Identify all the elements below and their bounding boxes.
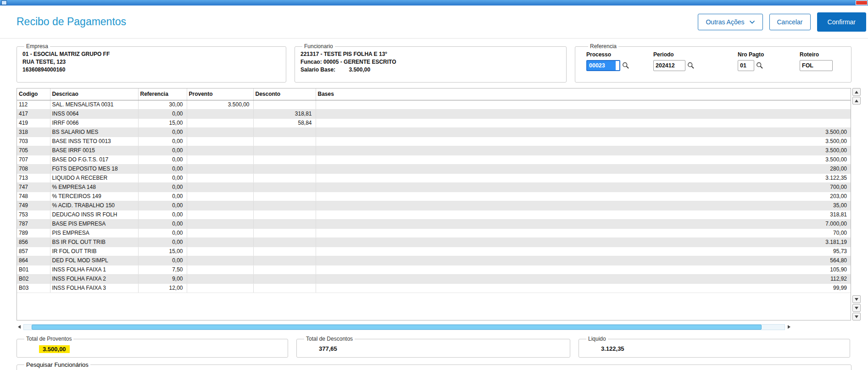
cell-desconto (253, 146, 316, 155)
scroll-up-button[interactable] (852, 97, 861, 105)
table-row[interactable]: 112SAL. MENSALISTA 003130,003.500,00 (17, 100, 851, 109)
empresa-nome: 01 - ESOCIAL MATRIZ GRUPO FF (22, 50, 280, 58)
table-row[interactable]: 707BASE DO F.G.T.S. 0170,003.500,00 (17, 155, 851, 164)
horizontal-scroll-track[interactable] (23, 324, 785, 330)
outras-acoes-button[interactable]: Outras Ações (698, 14, 762, 30)
processo-search-icon[interactable] (622, 62, 629, 69)
table-row[interactable]: 703BASE INSS TETO 00130,003.500,00 (17, 137, 851, 146)
scroll-page-down-button[interactable] (852, 304, 861, 312)
table-row[interactable]: 749% ACID. TRABALHO 1500,0035,00 (17, 201, 851, 210)
cell-bases: 3.500,00 (316, 146, 851, 155)
table-row[interactable]: B01INSS FOLHA FAIXA 17,50105,90 (17, 265, 851, 274)
table-row[interactable]: 708FGTS DEPOSITO MES 180,00280,00 (17, 164, 851, 173)
table-row[interactable]: 753DEDUCAO INSS IR FOLH0,00318,81 (17, 210, 851, 219)
scroll-down-icon (855, 298, 858, 301)
scroll-top-button[interactable] (852, 88, 861, 96)
column-header-bases: Bases (316, 88, 851, 100)
cell-bases: 3.500,00 (316, 127, 851, 137)
cell-provento (187, 283, 253, 293)
cell-referencia: 30,00 (138, 100, 187, 109)
cell-provento (187, 137, 253, 146)
table-row[interactable]: 705BASE IRRF 00150,003.500,00 (17, 146, 851, 155)
funcionario-nome: 221317 - TESTE PIS FOLHA E 13° (300, 50, 561, 58)
cell-codigo: 753 (17, 210, 50, 219)
cell-referencia: 0,00 (138, 228, 187, 237)
cell-bases: 700,00 (316, 182, 851, 192)
cell-desconto (253, 247, 316, 256)
column-header-provento: Provento (187, 88, 253, 100)
cell-referencia: 9,00 (138, 274, 187, 283)
cell-provento (187, 127, 253, 137)
column-header-desconto: Desconto (253, 88, 316, 100)
cell-descricao: IRRF 0066 (50, 118, 138, 127)
cell-referencia: 0,00 (138, 164, 187, 173)
total-proventos-value: 3.500,00 (39, 345, 70, 353)
table-row[interactable]: 419IRRF 006615,0058,84 (17, 118, 851, 127)
cancelar-button[interactable]: Cancelar (769, 14, 811, 30)
periodo-input[interactable] (653, 60, 685, 71)
cell-referencia: 0,00 (138, 155, 187, 164)
total-descontos-panel: Total de Descontos 377,65 (296, 336, 570, 358)
cell-codigo: 747 (17, 182, 50, 192)
window-icon (1, 0, 7, 5)
cell-provento (187, 164, 253, 173)
scroll-right-button[interactable] (786, 324, 792, 330)
cell-desconto (253, 201, 316, 210)
totals-row: Total de Proventos 3.500,00 Total de Des… (17, 336, 851, 358)
cell-provento (187, 247, 253, 256)
column-header-referencia: Referencia (138, 88, 187, 100)
table-row[interactable]: 747% EMPRESA 1480,00700,00 (17, 182, 851, 192)
cell-codigo: 708 (17, 164, 50, 173)
cell-referencia: 0,00 (138, 137, 187, 146)
nro-pagto-search-icon[interactable] (756, 62, 763, 69)
scroll-left-button[interactable] (17, 324, 22, 330)
table-row[interactable]: 864DED FOL MOD SIMPL0,00564,80 (17, 256, 851, 265)
cell-desconto (253, 274, 316, 283)
cell-descricao: % EMPRESA 148 (50, 182, 138, 192)
cell-descricao: LIQUIDO A RECEBER (50, 173, 138, 182)
confirmar-button[interactable]: Confirmar (817, 12, 866, 32)
table-row[interactable]: 857IR FOL OUT TRIB15,0095,73 (17, 247, 851, 256)
cell-referencia: 0,00 (138, 127, 187, 137)
scroll-bottom-button[interactable] (852, 313, 861, 320)
table-row[interactable]: B03INSS FOLHA FAIXA 312,0099,99 (17, 283, 851, 293)
cell-codigo: 857 (17, 247, 50, 256)
cell-referencia: 0,00 (138, 201, 187, 210)
total-descontos-value: 377,65 (319, 345, 337, 352)
cell-descricao: BASE PIS EMPRESA (50, 219, 138, 228)
scroll-down-button[interactable] (852, 295, 861, 303)
horizontal-scroll-thumb[interactable] (32, 325, 762, 330)
vertical-scrollbar[interactable] (852, 88, 861, 320)
cell-desconto (253, 228, 316, 237)
window-close-button[interactable] (856, 0, 868, 5)
table-row[interactable]: 748% TERCEIROS 1490,00203,00 (17, 192, 851, 201)
cell-referencia: 15,00 (138, 247, 187, 256)
table-row[interactable]: 789PIS EMPRESA0,0070,00 (17, 228, 851, 237)
cell-bases: 99,99 (316, 283, 851, 293)
nro-pagto-input[interactable] (738, 60, 754, 71)
cell-bases: 564,80 (316, 256, 851, 265)
total-proventos-panel: Total de Proventos 3.500,00 (17, 336, 288, 358)
cell-provento (187, 146, 253, 155)
table-row[interactable]: 713LIQUIDO A RECEBER0,003.122,35 (17, 173, 851, 182)
table-row[interactable]: B02INSS FOLHA FAIXA 29,00112,92 (17, 274, 851, 283)
cell-descricao: DED FOL MOD SIMPL (50, 256, 138, 265)
pesquisar-funcionarios-panel: Pesquisar Funcionários (17, 361, 851, 370)
cell-descricao: PIS EMPRESA (50, 228, 138, 237)
table-row[interactable]: 787BASE PIS EMPRESA0,007.000,00 (17, 219, 851, 228)
funcionario-salario: Salario Base: 3.500,00 (300, 66, 561, 74)
liquido-value: 3.122,35 (601, 345, 624, 352)
cell-referencia: 0,00 (138, 256, 187, 265)
table-row[interactable]: 856BS IR FOL OUT TRIB0,003.181,19 (17, 237, 851, 247)
cell-descricao: INSS FOLHA FAIXA 2 (50, 274, 138, 283)
roteiro-input[interactable] (800, 60, 833, 71)
cell-descricao: DEDUCAO INSS IR FOLH (50, 210, 138, 219)
processo-input[interactable] (586, 60, 620, 71)
cell-codigo: B02 (17, 274, 50, 283)
periodo-search-icon[interactable] (687, 62, 695, 69)
table-row[interactable]: 417INSS 00640,00318,81 (17, 109, 851, 118)
horizontal-scrollbar[interactable] (17, 324, 792, 330)
table-row[interactable]: 318BS SALARIO MES0,003.500,00 (17, 127, 851, 137)
processo-field: Processo (586, 51, 653, 71)
vertical-scroll-track[interactable] (852, 105, 861, 294)
